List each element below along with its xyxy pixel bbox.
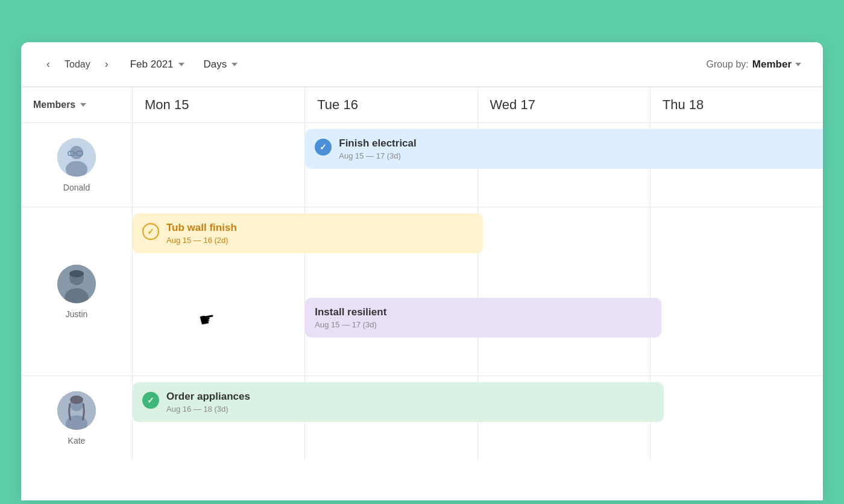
members-label: Members (33, 99, 75, 110)
days-selector[interactable]: Days (204, 58, 238, 71)
app-container: ‹ Today › Feb 2021 Days Group by: Member… (21, 42, 823, 500)
month-selector[interactable]: Feb 2021 (130, 58, 184, 71)
col-wed17-label: Wed 17 (490, 97, 535, 113)
task-info-finish-electrical: Finish electrical Aug 15 — 17 (3d) (339, 137, 417, 160)
avatar-kate (57, 391, 96, 430)
task-date-install-resilient: Aug 15 — 17 (3d) (315, 320, 386, 329)
next-button[interactable]: › (101, 55, 112, 73)
member-name-donald: Donald (63, 183, 90, 192)
col-header-thu18: Thu 18 (650, 87, 823, 123)
members-chevron-icon (80, 103, 86, 107)
cell-justin-thu18[interactable] (650, 207, 823, 376)
col-thu18-label: Thu 18 (663, 97, 704, 113)
task-title-finish-electrical: Finish electrical (339, 137, 417, 150)
days-chevron-icon (231, 63, 238, 66)
group-by-section: Group by: Member (707, 58, 801, 71)
cell-justin-wed17[interactable] (478, 207, 650, 376)
group-by-chevron-icon (795, 63, 801, 66)
check-orange-icon: ✓ (147, 227, 154, 236)
avatar-donald (57, 138, 96, 177)
task-title-install-resilient: Install resilient (315, 306, 386, 318)
member-cell-donald: Donald (21, 123, 133, 207)
task-finish-electrical[interactable]: ✓ Finish electrical Aug 15 — 17 (3d) (305, 129, 823, 169)
task-tub-wall[interactable]: ✓ Tub wall finish Aug 15 — 16 (2d) (133, 213, 483, 253)
task-date-finish-electrical: Aug 15 — 17 (3d) (339, 151, 417, 160)
task-date-order-appliances: Aug 16 — 18 (3d) (166, 405, 250, 414)
cell-justin-mon15[interactable]: ✓ Tub wall finish Aug 15 — 16 (2d) (133, 207, 305, 376)
justin-avatar-img (57, 265, 96, 303)
members-column-header[interactable]: Members (21, 87, 133, 123)
days-label: Days (204, 58, 227, 71)
task-title-tub-wall: Tub wall finish (166, 222, 237, 234)
member-name-justin: Justin (66, 309, 88, 319)
kate-avatar-img (57, 391, 96, 430)
check-green-icon: ✓ (147, 395, 154, 405)
group-by-member: Member (752, 58, 792, 71)
member-cell-kate: Kate (21, 376, 133, 461)
check-icon: ✓ (320, 142, 327, 152)
task-info-order-appliances: Order appliances Aug 16 — 18 (3d) (166, 391, 250, 414)
calendar-header: ‹ Today › Feb 2021 Days Group by: Member (21, 42, 823, 87)
cell-kate-thu18[interactable] (650, 376, 823, 461)
cell-kate-mon15[interactable]: ✓ Order appliances Aug 16 — 18 (3d) (133, 376, 305, 461)
col-tue16-label: Tue 16 (317, 97, 358, 113)
col-header-tue16: Tue 16 (305, 87, 477, 123)
avatar-justin (57, 265, 96, 303)
task-info-tub-wall: Tub wall finish Aug 15 — 16 (2d) (166, 222, 237, 245)
svg-point-9 (69, 270, 84, 277)
task-icon-order-appliances: ✓ (142, 392, 159, 409)
svg-point-13 (70, 395, 83, 404)
col-header-mon15: Mon 15 (133, 87, 305, 123)
calendar-grid: Members Mon 15 Tue 16 Wed 17 Thu 18 (21, 87, 823, 461)
donald-avatar-img (57, 138, 96, 177)
prev-button[interactable]: ‹ (43, 55, 54, 73)
col-header-wed17: Wed 17 (478, 87, 650, 123)
group-by-label: Group by: (707, 59, 749, 70)
col-mon15-label: Mon 15 (145, 97, 189, 113)
member-cell-justin: Justin (21, 207, 133, 376)
today-button[interactable]: Today (63, 59, 92, 70)
task-icon-tub-wall: ✓ (142, 223, 159, 240)
cell-donald-tue16[interactable]: ✓ Finish electrical Aug 15 — 17 (3d) (305, 123, 477, 207)
task-icon-finish-electrical: ✓ (315, 139, 332, 156)
member-name-kate: Kate (68, 436, 86, 446)
cell-donald-mon15[interactable] (133, 123, 305, 207)
task-install-resilient[interactable]: Install resilient Aug 15 — 17 (3d) (305, 298, 661, 338)
month-chevron-icon (178, 63, 184, 66)
task-date-tub-wall: Aug 15 — 16 (2d) (166, 236, 237, 245)
task-info-install-resilient: Install resilient Aug 15 — 17 (3d) (315, 306, 386, 329)
task-title-order-appliances: Order appliances (166, 391, 250, 403)
task-order-appliances[interactable]: ✓ Order appliances Aug 16 — 18 (3d) (133, 382, 664, 422)
group-by-value[interactable]: Member (752, 58, 801, 71)
month-label: Feb 2021 (130, 58, 174, 71)
